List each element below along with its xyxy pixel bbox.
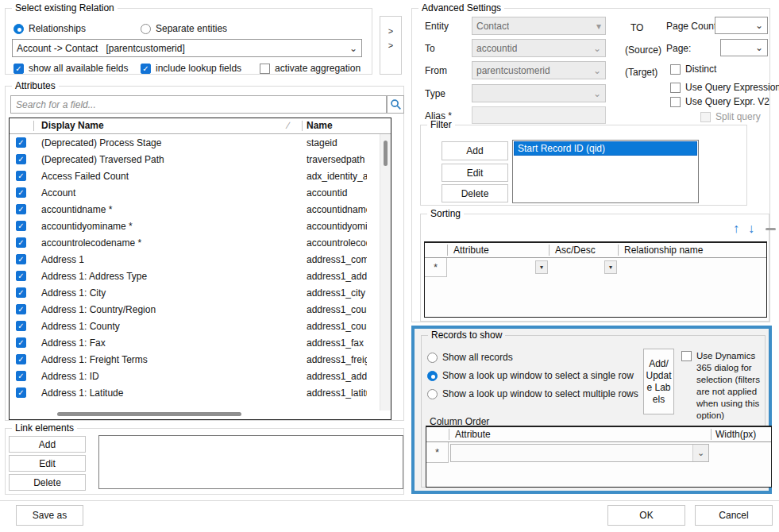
checkbox-checked-icon[interactable]: ✓ [16, 287, 26, 298]
checkbox-checked-icon[interactable]: ✓ [13, 64, 24, 74]
ascdesc-cell-dropdown[interactable]: ▾ [604, 260, 617, 274]
link-delete-button[interactable]: Delete [9, 474, 86, 491]
attribute-row[interactable]: ✓ (Deprecated) Traversed Path traversedp… [10, 151, 380, 168]
move-down-icon[interactable]: ↓ [748, 222, 754, 235]
attribute-display-name: Address 1: Country/Region [41, 304, 284, 315]
column-order-col-attribute[interactable]: Attribute [455, 429, 491, 440]
column-header-display-name[interactable]: Display Name [41, 120, 104, 131]
move-up-icon[interactable]: ↑ [733, 222, 739, 235]
scrollbar-thumb[interactable] [57, 412, 241, 416]
attribute-row[interactable]: ✓ Address 1: Country/Region address1_cou… [10, 301, 380, 318]
checkbox-checked-icon[interactable]: ✓ [16, 254, 26, 264]
checkbox-unchecked-icon[interactable] [670, 83, 681, 93]
new-row-marker: * [426, 442, 449, 463]
page-select[interactable]: ⌄ [720, 39, 768, 56]
checkbox-checked-icon[interactable]: ✓ [16, 221, 26, 231]
checkbox-dynamics-dialog[interactable]: Use Dynamics 365 dialog for selection (f… [681, 350, 772, 422]
column-order-col-width[interactable]: Width(px) [715, 429, 756, 440]
radio-off-icon[interactable] [427, 389, 438, 399]
checkbox-use-query-expr-v2[interactable]: Use Query Expr. V2 [670, 96, 769, 107]
checkbox-activate-aggregation[interactable]: activate aggregation [260, 63, 361, 74]
from-select: parentcustomerid ⌄ [472, 61, 606, 79]
sorting-col-ascdesc[interactable]: Asc/Desc [555, 245, 596, 256]
attribute-row[interactable]: ✓ Address 1: Address Type address1_addre… [10, 268, 380, 284]
attribute-cell-dropdown[interactable]: ▾ [535, 260, 548, 274]
radio-single-row[interactable]: Show a look up window to select a single… [427, 370, 634, 381]
radio-relationships-icon[interactable] [13, 24, 24, 34]
attribute-row[interactable]: ✓ Address 1: ID address1_addressid [10, 368, 380, 384]
attribute-row[interactable]: ✓ accountrolecodename * accountrolecoden… [10, 234, 380, 251]
checkbox-checked-icon[interactable]: ✓ [16, 354, 26, 364]
checkbox-checked-icon[interactable]: ✓ [16, 371, 26, 381]
checkbox-checked-icon[interactable]: ✓ [16, 171, 26, 181]
sorting-col-attribute[interactable]: Attribute [453, 245, 489, 256]
attribute-logical-name: accountrolecodenam [307, 237, 367, 249]
remove-icon[interactable] [766, 228, 776, 230]
checkbox-include-lookup[interactable]: ✓ include lookup fields [141, 63, 241, 74]
relation-select[interactable]: Account -> Contact [parentcustomerid] ⌄ [12, 39, 362, 57]
attribute-row[interactable]: ✓ Address 1: Freight Terms address1_frei… [10, 351, 380, 368]
save-as-button[interactable]: Save as [16, 505, 83, 526]
column-header-name[interactable]: Name [307, 120, 333, 131]
filter-list[interactable]: Start Record ID (qid) [512, 140, 699, 203]
search-input[interactable] [10, 95, 387, 114]
checkbox-checked-icon[interactable]: ✓ [16, 387, 26, 398]
checkbox-checked-icon[interactable]: ✓ [16, 204, 26, 214]
checkbox-checked-icon[interactable]: ✓ [16, 237, 26, 248]
filter-edit-button[interactable]: Edit [442, 164, 508, 182]
checkbox-checked-icon[interactable]: ✓ [16, 271, 26, 281]
checkbox-checked-icon[interactable]: ✓ [16, 137, 26, 148]
horizontal-scrollbar[interactable] [10, 411, 380, 418]
attribute-row[interactable]: ✓ Address 1: Fax address1_fax [10, 334, 380, 351]
checkbox-unchecked-icon[interactable] [670, 97, 681, 107]
checkbox-checked-icon[interactable]: ✓ [16, 337, 26, 348]
radio-separate-entities[interactable]: Separate entities [141, 23, 227, 34]
chevron-right-icon[interactable]: > [380, 40, 401, 50]
radio-show-all-records[interactable]: Show all records [427, 352, 513, 363]
attribute-row[interactable]: ✓ Address 1: County address1_county [10, 318, 380, 334]
ok-button[interactable]: OK [607, 505, 685, 526]
sorting-col-relationship[interactable]: Relationship name [624, 245, 703, 256]
cancel-button[interactable]: Cancel [695, 505, 773, 526]
checkbox-unchecked-icon[interactable] [670, 64, 681, 75]
search-button[interactable] [387, 95, 404, 114]
link-elements-list[interactable] [98, 435, 403, 489]
radio-relationships[interactable]: Relationships [13, 23, 86, 34]
filter-add-button[interactable]: Add [442, 141, 508, 160]
checkbox-checked-icon[interactable]: ✓ [141, 64, 151, 74]
scrollbar-thumb[interactable] [384, 141, 388, 166]
checkbox-checked-icon[interactable]: ✓ [16, 304, 26, 314]
checkbox-unchecked-icon[interactable] [681, 351, 692, 361]
radio-multiple-rows[interactable]: Show a look up window to select multiple… [427, 388, 638, 399]
chevron-right-icon[interactable]: > [380, 26, 401, 36]
checkbox-checked-icon[interactable]: ✓ [16, 321, 26, 331]
radio-off-icon[interactable] [427, 353, 438, 363]
link-edit-button[interactable]: Edit [9, 455, 86, 472]
vertical-scrollbar[interactable] [380, 134, 391, 411]
to-select: accountid ⌄ [472, 39, 606, 57]
attribute-row[interactable]: ✓ Account accountid [10, 184, 380, 201]
filter-selected-item[interactable]: Start Record ID (qid) [514, 141, 697, 156]
checkbox-checked-icon[interactable]: ✓ [16, 154, 26, 164]
attribute-row[interactable]: ✓ (Deprecated) Process Stage stageid [10, 134, 380, 151]
page-count-select[interactable]: ⌄ [715, 17, 768, 34]
checkbox-use-query-expression[interactable]: Use Query Expression [670, 82, 779, 93]
attribute-row[interactable]: ✓ accountidname * accountidname [10, 201, 380, 218]
checkbox-show-all-fields[interactable]: ✓ show all available fields [13, 63, 128, 74]
add-update-labels-button[interactable]: Add/Update Labels [643, 349, 674, 414]
checkbox-checked-icon[interactable]: ✓ [16, 187, 26, 198]
target-side-label: (Target) [625, 67, 658, 78]
attribute-row[interactable]: ✓ Address 1 address1_composite [10, 251, 380, 268]
radio-on-icon[interactable] [427, 371, 438, 381]
column-order-attribute-select[interactable]: ⌄ [450, 444, 709, 462]
attribute-row[interactable]: ✓ Address 1: City address1_city [10, 284, 380, 301]
filter-delete-button[interactable]: Delete [442, 184, 508, 202]
expander-panel[interactable]: > > [380, 16, 402, 75]
checkbox-distinct[interactable]: Distinct [670, 64, 716, 75]
attribute-row[interactable]: ✓ accountidyominame * accountidyominame [10, 218, 380, 234]
checkbox-unchecked-icon[interactable] [260, 64, 270, 74]
attribute-row[interactable]: ✓ Access Failed Count adx_identity_acces… [10, 168, 380, 184]
link-add-button[interactable]: Add [9, 436, 86, 453]
radio-separate-icon[interactable] [141, 24, 151, 34]
attribute-row[interactable]: ✓ Address 1: Latitude address1_latitude [10, 384, 380, 401]
